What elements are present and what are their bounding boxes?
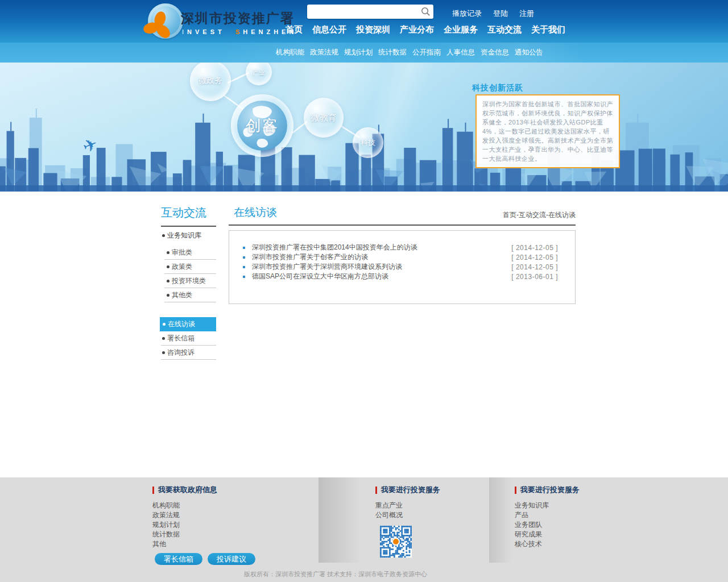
footer-col-header: 我要进行投资服务 (515, 485, 580, 495)
subnav-personnel[interactable]: 人事信息 (446, 48, 475, 57)
news-date: [ 2014-12-05 ] (511, 244, 558, 252)
news-row[interactable]: 深圳市投资推广署关于创客产业的访谈 [ 2014-12-05 ] (229, 252, 575, 262)
news-link[interactable]: 深圳市投资推广署关于深圳营商环境建设系列访谈 (252, 262, 511, 272)
nav-info-disclosure[interactable]: 信息公开 (311, 23, 348, 36)
subnav-bar: 机构职能 政策法规 规划计划 统计数据 公开指南 人事信息 资金信息 通知公告 (0, 43, 728, 63)
news-link[interactable]: 深圳市投资推广署关于创客产业的访谈 (252, 252, 511, 262)
footer-link-key-industries[interactable]: 重点产业 (375, 501, 440, 510)
footer-link-org-functions[interactable]: 机构职能 (152, 501, 217, 510)
footer-link-business-team[interactable]: 业务团队 (515, 520, 580, 530)
sidebar-item-knowledge-base[interactable]: 业务知识库 (161, 229, 216, 246)
top-link-login[interactable]: 登陆 (493, 9, 508, 19)
news-row[interactable]: 深圳市投资推广署关于深圳营商环境建设系列访谈 [ 2014-12-05 ] (229, 262, 575, 272)
sidebar-submenu: 审批类 政策类 投资环境类 其他类 (164, 246, 216, 302)
search-input[interactable] (307, 5, 433, 19)
sidebar-item-approval[interactable]: 审批类 (164, 246, 216, 260)
footer: 我要获取政府信息 机构职能 政策法规 规划计划 统计数据 其他 我要进行投资服务… (0, 477, 728, 582)
footer-buttons: 署长信箱 投诉建议 (155, 553, 255, 565)
red-accent-bar (375, 487, 377, 494)
nav-home[interactable]: 首页 (284, 23, 304, 36)
square-bullet-icon (243, 247, 245, 249)
footer-link-core-technology[interactable]: 核心技术 (515, 539, 580, 549)
bullet-icon (162, 351, 165, 354)
search-box (307, 5, 433, 19)
bubble-technology: 科技 (353, 127, 383, 158)
square-bullet-icon (243, 266, 245, 268)
complaint-suggestion-button[interactable]: 投诉建议 (208, 553, 255, 565)
footer-links: 业务知识库 产品 业务团队 研究成果 核心技术 (515, 501, 580, 549)
footer-link-others[interactable]: 其他 (152, 539, 217, 549)
hero-banner: ✈ 微政务 产业 创客 (0, 63, 728, 192)
header-bar: 深圳市投资推广署 INVEST SHENZHEN 播放记录 登陆 注册 首页 信… (0, 0, 728, 43)
bullet-icon (162, 337, 165, 340)
footer-link-statistics[interactable]: 统计数据 (152, 530, 217, 539)
director-mailbox-button[interactable]: 署长信箱 (155, 553, 202, 565)
nav-enterprise-services[interactable]: 企业服务 (442, 23, 479, 36)
sidebar-item-director-mailbox[interactable]: 署长信箱 (161, 331, 216, 346)
nav-about-us[interactable]: 关于我们 (530, 23, 567, 36)
red-accent-bar (515, 487, 516, 494)
news-date: [ 2014-12-05 ] (511, 253, 558, 261)
search-icon[interactable] (420, 6, 431, 17)
square-bullet-icon (243, 256, 245, 259)
main-nav: 首页 信息公开 投资深圳 产业分布 企业服务 互动交流 关于我们 (284, 23, 567, 36)
news-date: [ 2013-06-01 ] (511, 273, 558, 281)
feature-title: 科技创新活跃 (472, 83, 523, 93)
footer-links: 机构职能 政策法规 规划计划 统计数据 其他 (152, 501, 217, 549)
news-list: 深圳投资推广署在投中集团2014中国投资年会上的访谈 [ 2014-12-05 … (229, 230, 576, 304)
bullet-icon (167, 280, 169, 282)
footer-link-company-profile[interactable]: 公司概况 (375, 510, 440, 520)
subnav-org-functions[interactable]: 机构职能 (276, 48, 304, 57)
sidebar-item-investment-env[interactable]: 投资环境类 (164, 274, 216, 288)
bubble-maker: 创客 (231, 94, 293, 157)
footer-link-research-results[interactable]: 研究成果 (515, 530, 580, 539)
footer-col-investment-services-1: 我要进行投资服务 重点产业 公司概况 (375, 485, 440, 560)
red-accent-bar (152, 487, 154, 494)
footer-col-investment-services-2: 我要进行投资服务 业务知识库 产品 业务团队 研究成果 核心技术 (515, 485, 580, 549)
top-link-history[interactable]: 播放记录 (452, 9, 482, 19)
bullet-icon (167, 251, 169, 254)
site-subtitle: INVEST SHENZHEN (182, 28, 297, 35)
bullet-icon (162, 234, 165, 237)
feature-text-box: 深圳作为国家首批创新城市、首批国家知识产权示范城市，创新环境优良，知识产权保护体… (475, 94, 620, 168)
subnav-disclosure-guide[interactable]: 公开指南 (412, 48, 441, 57)
footer-link-knowledge-base[interactable]: 业务知识库 (515, 501, 580, 510)
sidebar-menu: 业务知识库 审批类 政策类 投资环境类 其他类 在线访谈 署长信箱 咨询投诉 (161, 229, 216, 360)
footer-link-policies[interactable]: 政策法规 (152, 510, 217, 520)
sidebar-item-consult-complaint[interactable]: 咨询投诉 (161, 346, 216, 360)
news-link[interactable]: 德国SAP公司在深设立大中华区南方总部访谈 (252, 272, 511, 281)
news-row[interactable]: 深圳投资推广署在投中集团2014中国投资年会上的访谈 [ 2014-12-05 … (229, 243, 575, 252)
footer-col-header: 我要获取政府信息 (152, 485, 217, 495)
bubble-micro-education: 微教育 (304, 98, 344, 138)
content-header: 在线访谈 首页-互动交流-在线访谈 (229, 205, 576, 226)
subnav-funding[interactable]: 资金信息 (481, 48, 509, 57)
top-link-register[interactable]: 注册 (519, 9, 534, 19)
footer-link-planning[interactable]: 规划计划 (152, 520, 217, 530)
subnav-statistics[interactable]: 统计数据 (378, 48, 407, 57)
sidebar-item-online-interview[interactable]: 在线访谈 (160, 317, 216, 331)
subnav-policies[interactable]: 政策法规 (310, 48, 338, 57)
news-date: [ 2014-12-05 ] (511, 263, 558, 271)
footer-col-government-info: 我要获取政府信息 机构职能 政策法规 规划计划 统计数据 其他 (152, 485, 217, 549)
footer-col-header: 我要进行投资服务 (375, 485, 440, 495)
square-bullet-icon (243, 276, 245, 278)
site-title: 深圳市投资推广署 (181, 10, 295, 27)
nav-industry-distribution[interactable]: 产业分布 (398, 23, 436, 36)
sidebar-title: 互动交流 (161, 205, 216, 227)
sidebar-item-others[interactable]: 其他类 (164, 288, 216, 302)
nav-interaction[interactable]: 互动交流 (486, 23, 523, 36)
sidebar-item-policy[interactable]: 政策类 (164, 260, 216, 274)
nav-invest-shenzhen[interactable]: 投资深圳 (354, 23, 392, 36)
breadcrumb[interactable]: 首页-互动交流-在线访谈 (503, 210, 576, 220)
top-links: 播放记录 登陆 注册 (452, 9, 534, 19)
subnav-planning[interactable]: 规划计划 (344, 48, 373, 57)
subnav-announcements[interactable]: 通知公告 (515, 48, 543, 57)
footer-divider-shadow (318, 477, 375, 563)
bullet-icon (167, 294, 169, 297)
footer-links: 重点产业 公司概况 (375, 501, 440, 520)
qr-code (380, 526, 412, 558)
copyright-text: 版权所有：深圳市投资推广署 技术支持：深圳市电子政务资源中心 (0, 570, 671, 579)
news-link[interactable]: 深圳投资推广署在投中集团2014中国投资年会上的访谈 (252, 243, 511, 252)
news-row[interactable]: 德国SAP公司在深设立大中华区南方总部访谈 [ 2013-06-01 ] (229, 272, 575, 281)
footer-link-products[interactable]: 产品 (515, 510, 580, 520)
